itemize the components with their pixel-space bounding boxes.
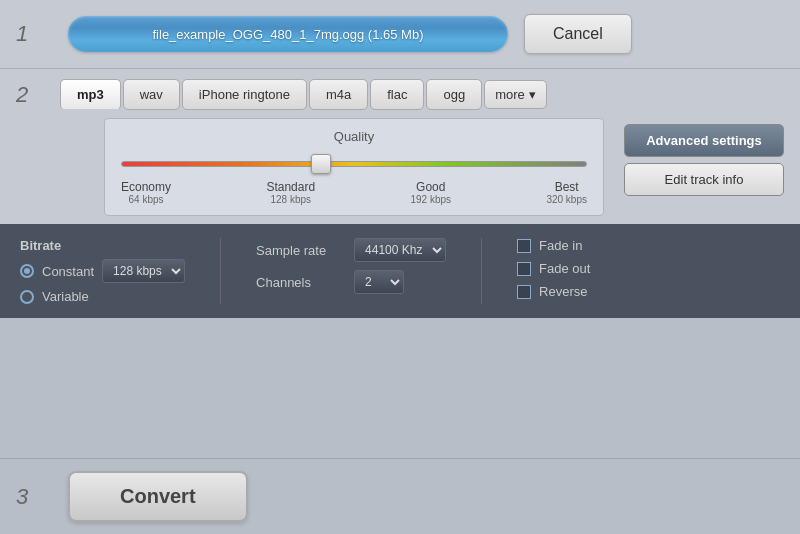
sample-rate-row: Sample rate 44100 Khz 22050 Khz 11025 Kh… <box>256 238 446 262</box>
variable-radio[interactable] <box>20 290 34 304</box>
quality-panel: Quality Economy 64 kbps Standard 128 kbp… <box>104 118 604 216</box>
file-name-bar: file_example_OGG_480_1_7mg.ogg (1.65 Mb) <box>68 16 508 52</box>
effects-group: Fade in Fade out Reverse <box>517 238 590 299</box>
quality-row: Quality Economy 64 kbps Standard 128 kbp… <box>0 110 800 224</box>
channels-select[interactable]: 2 1 <box>354 270 404 294</box>
channels-row: Channels 2 1 <box>256 270 446 294</box>
step1-section: 1 file_example_OGG_480_1_7mg.ogg (1.65 M… <box>0 0 800 69</box>
sample-rate-select[interactable]: 44100 Khz 22050 Khz 11025 Khz <box>354 238 446 262</box>
divider1 <box>220 238 221 304</box>
sample-rate-label: Sample rate <box>256 243 346 258</box>
step3-section: 3 Convert <box>0 458 800 534</box>
convert-button[interactable]: Convert <box>68 471 248 522</box>
bitrate-constant-row: Constant 128 kbps 64 kbps 192 kbps 256 k… <box>20 259 185 283</box>
reverse-label: Reverse <box>539 284 587 299</box>
quality-slider[interactable] <box>121 154 587 174</box>
mark-standard: Standard 128 kbps <box>266 180 315 205</box>
more-dropdown[interactable]: more ▾ <box>484 80 547 109</box>
fade-in-label: Fade in <box>539 238 582 253</box>
format-tabs: mp3 wav iPhone ringtone m4a flac ogg mor… <box>60 79 784 110</box>
bitrate-label: Bitrate <box>20 238 185 253</box>
variable-label: Variable <box>42 289 89 304</box>
tab-iphone-ringtone[interactable]: iPhone ringtone <box>182 79 307 110</box>
fade-out-row: Fade out <box>517 261 590 276</box>
fade-in-checkbox[interactable] <box>517 239 531 253</box>
sample-channels-group: Sample rate 44100 Khz 22050 Khz 11025 Kh… <box>256 238 446 294</box>
right-buttons: Advanced settings Edit track info <box>614 118 784 202</box>
constant-label: Constant <box>42 264 94 279</box>
step2-number: 2 <box>16 82 52 108</box>
tab-m4a[interactable]: m4a <box>309 79 368 110</box>
bitrate-select[interactable]: 128 kbps 64 kbps 192 kbps 256 kbps 320 k… <box>102 259 185 283</box>
more-chevron-icon: ▾ <box>529 87 536 102</box>
mark-best: Best 320 kbps <box>546 180 587 205</box>
constant-radio[interactable] <box>20 264 34 278</box>
step1-number: 1 <box>16 21 52 47</box>
advanced-panel: Bitrate Constant 128 kbps 64 kbps 192 kb… <box>0 224 800 318</box>
step3-number: 3 <box>16 484 52 510</box>
spacer <box>0 318 800 458</box>
divider2 <box>481 238 482 304</box>
fade-out-label: Fade out <box>539 261 590 276</box>
advanced-settings-button[interactable]: Advanced settings <box>624 124 784 157</box>
reverse-checkbox[interactable] <box>517 285 531 299</box>
slider-thumb[interactable] <box>311 154 331 174</box>
step2-section: 2 mp3 wav iPhone ringtone m4a flac ogg m… <box>0 69 800 110</box>
tab-mp3[interactable]: mp3 <box>60 79 121 110</box>
quality-title: Quality <box>121 129 587 144</box>
tab-ogg[interactable]: ogg <box>426 79 482 110</box>
slider-marks: Economy 64 kbps Standard 128 kbps Good 1… <box>121 180 587 205</box>
cancel-button[interactable]: Cancel <box>524 14 632 54</box>
mark-economy: Economy 64 kbps <box>121 180 171 205</box>
fade-in-row: Fade in <box>517 238 590 253</box>
more-label: more <box>495 87 525 102</box>
edit-track-info-button[interactable]: Edit track info <box>624 163 784 196</box>
reverse-row: Reverse <box>517 284 590 299</box>
bitrate-variable-row: Variable <box>20 289 185 304</box>
channels-label: Channels <box>256 275 346 290</box>
mark-good: Good 192 kbps <box>410 180 451 205</box>
bitrate-group: Bitrate Constant 128 kbps 64 kbps 192 kb… <box>20 238 185 304</box>
fade-out-checkbox[interactable] <box>517 262 531 276</box>
tab-wav[interactable]: wav <box>123 79 180 110</box>
slider-track <box>121 161 587 167</box>
tab-flac[interactable]: flac <box>370 79 424 110</box>
